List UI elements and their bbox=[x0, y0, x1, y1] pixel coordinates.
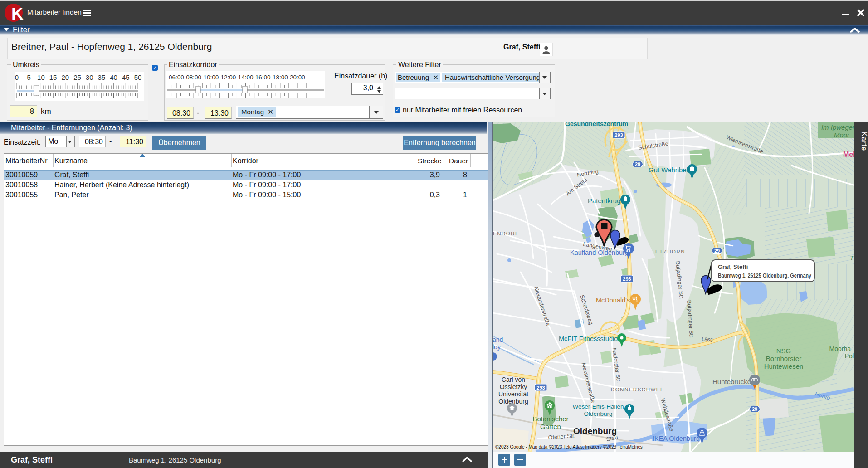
svg-text:T: T bbox=[850, 254, 854, 262]
svg-text:293: 293 bbox=[614, 132, 623, 138]
svg-text:10: 10 bbox=[37, 73, 45, 81]
svg-text:Gut Wahnbek: Gut Wahnbek bbox=[649, 166, 690, 174]
svg-text:Huntebrücke: Huntebrücke bbox=[712, 378, 751, 385]
svg-text:25: 25 bbox=[73, 73, 81, 81]
svg-text:Patentkrug: Patentkrug bbox=[588, 197, 621, 205]
svg-text:20:00: 20:00 bbox=[290, 74, 305, 81]
svg-text:Universität: Universität bbox=[498, 390, 528, 398]
svg-text:Carl von: Carl von bbox=[502, 376, 525, 383]
svg-text:IKEA Oldenburg: IKEA Oldenburg bbox=[653, 435, 700, 442]
svg-text:16:00: 16:00 bbox=[255, 74, 271, 81]
svg-text:30: 30 bbox=[86, 73, 93, 81]
svg-text:15: 15 bbox=[49, 73, 57, 81]
svg-text:©2023 Google - Map data ©2023: ©2023 Google - Map data ©2023 Tele Atlas… bbox=[495, 444, 643, 449]
svg-text:35: 35 bbox=[98, 73, 106, 81]
svg-text:29: 29 bbox=[714, 248, 720, 253]
svg-text:Huntewiesen: Huntewiesen bbox=[764, 362, 804, 370]
svg-text:Pol: Pol bbox=[845, 352, 854, 360]
svg-text:45: 45 bbox=[122, 73, 130, 81]
svg-text:McFIT Fitnessstudio: McFIT Fitnessstudio bbox=[559, 335, 618, 342]
svg-text:Im Ipweger: Im Ipweger bbox=[821, 123, 854, 131]
svg-text:Weser-Ems-Hallen: Weser-Ems-Hallen bbox=[572, 403, 624, 410]
svg-text:5: 5 bbox=[27, 73, 31, 81]
svg-text:14:00: 14:00 bbox=[238, 74, 254, 81]
svg-text:0: 0 bbox=[15, 73, 19, 81]
svg-text:Gesundheitszentrum: Gesundheitszentrum bbox=[565, 122, 628, 127]
svg-text:Moor: Moor bbox=[834, 131, 850, 139]
svg-text:40: 40 bbox=[110, 73, 117, 81]
svg-text:loy: loy bbox=[493, 343, 501, 351]
svg-text:29: 29 bbox=[635, 161, 640, 167]
svg-text:08:00: 08:00 bbox=[186, 74, 201, 81]
svg-text:29: 29 bbox=[752, 406, 757, 412]
svg-text:Oldenburg: Oldenburg bbox=[573, 426, 617, 436]
svg-text:293: 293 bbox=[536, 385, 545, 390]
svg-text:20: 20 bbox=[61, 73, 69, 81]
svg-text:Oldenburg: Oldenburg bbox=[584, 410, 612, 417]
svg-text:50: 50 bbox=[134, 73, 142, 81]
svg-text:McDonald's: McDonald's bbox=[596, 297, 630, 304]
svg-text:and: and bbox=[493, 336, 503, 343]
svg-text:Melk: Melk bbox=[843, 151, 854, 158]
svg-text:Kaufland Oldenburg: Kaufland Oldenburg bbox=[570, 249, 629, 256]
svg-text:Ossietzky: Ossietzky bbox=[500, 383, 527, 390]
svg-text:ENDORF: ENDORF bbox=[493, 231, 519, 236]
svg-text:Garten: Garten bbox=[540, 423, 561, 430]
svg-text:12:00: 12:00 bbox=[221, 74, 236, 81]
svg-text:06:00: 06:00 bbox=[169, 74, 184, 81]
svg-text:Botanischer: Botanischer bbox=[532, 415, 568, 423]
svg-text:ETZHORN: ETZHORN bbox=[655, 249, 685, 254]
svg-text:NSG: NSG bbox=[776, 347, 791, 355]
svg-text:Bornhorster: Bornhorster bbox=[766, 355, 801, 362]
svg-text:Moorha: Moorha bbox=[829, 345, 851, 352]
svg-text:Baumweg 1, 26125 Oldenburg, Ge: Baumweg 1, 26125 Oldenburg, Germany bbox=[718, 272, 812, 279]
svg-text:DONNERSCHWEE: DONNERSCHWEE bbox=[611, 387, 664, 392]
svg-text:10:00: 10:00 bbox=[203, 74, 219, 81]
svg-text:293: 293 bbox=[623, 276, 631, 282]
svg-text:18:00: 18:00 bbox=[273, 74, 288, 81]
svg-text:Graf, Steffi: Graf, Steffi bbox=[718, 263, 748, 270]
